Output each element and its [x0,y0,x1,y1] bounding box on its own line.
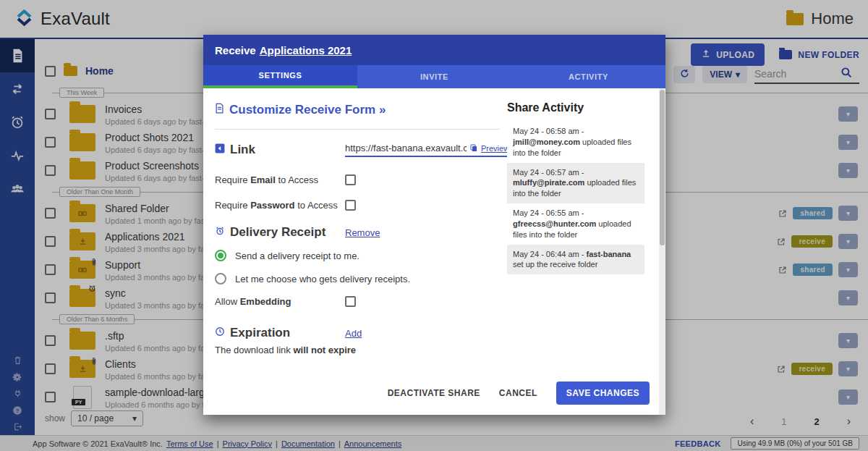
activity-entry: May 24 - 06:58 am - jmill@money.com uplo… [507,122,644,163]
cancel-button[interactable]: CANCEL [499,388,537,398]
add-expiration-link[interactable]: Add [345,328,362,339]
require-password-row: Require Password to Access [215,200,500,211]
expiration-row: Expiration Add [215,326,500,340]
alarm-clock-icon [215,225,225,240]
delivery-receipt-heading: Delivery Receipt [215,225,345,240]
scrollbar-thumb[interactable] [660,90,665,245]
copy-icon[interactable] [469,143,478,153]
radio-selected-icon[interactable] [215,250,226,261]
tab-settings[interactable]: SETTINGS [203,65,357,88]
modal-title-prefix: Receive [215,44,256,56]
clock-icon [215,326,225,340]
modal-body: Customize Receive Form » Link https://fa… [203,88,665,415]
share-url: https://fast-banana.exavault.com/s [345,143,467,153]
share-activity-panel: Share Activity May 24 - 06:58 am - jmill… [507,88,644,415]
allow-embedding-checkbox[interactable] [345,296,356,307]
tab-invite[interactable]: INVITE [357,65,511,88]
deactivate-share-button[interactable]: DEACTIVATE SHARE [388,388,480,398]
expiration-heading: Expiration [215,326,345,340]
expiration-note: The download link will not expire [215,345,500,355]
modal-title-folder-link[interactable]: Applications 2021 [260,44,352,56]
link-heading: Link [215,143,345,157]
allow-embedding-row: Allow Embedding [215,296,500,307]
divider [215,129,500,130]
settings-form: Customize Receive Form » Link https://fa… [203,88,507,415]
share-url-field[interactable]: https://fast-banana.exavault.com/s Previ… [345,143,509,157]
modal-scrollbar[interactable] [659,88,665,415]
receipt-option-choose[interactable]: Let me choose who gets delivery receipts… [215,273,500,284]
save-changes-button[interactable]: SAVE CHANGES [556,382,650,405]
link-row: Link https://fast-banana.exavault.com/s … [215,143,500,157]
document-icon [215,103,224,117]
tab-activity[interactable]: ACTIVITY [511,65,665,88]
radio-unselected-icon[interactable] [215,273,226,284]
receipt-option-me[interactable]: Send a delivery receipt to me. [215,250,500,261]
require-email-row: Require Email to Access [215,174,500,185]
preview-link[interactable]: Preview [481,144,509,153]
customize-form-heading[interactable]: Customize Receive Form » [215,103,500,117]
modal-tabs: SETTINGS INVITE ACTIVITY [203,65,665,88]
share-link-icon [215,143,225,157]
receive-settings-modal: Receive Applications 2021 SETTINGS INVIT… [203,35,665,415]
share-activity-title: Share Activity [507,101,644,114]
require-password-checkbox[interactable] [345,200,356,211]
activity-entry: May 24 - 06:44 am - fast-banana set up t… [507,245,644,275]
modal-title-bar: Receive Applications 2021 [203,35,665,65]
delivery-receipt-row: Delivery Receipt Remove [215,225,500,240]
activity-entry: May 24 - 06:57 am - mluffy@pirate.com up… [507,163,644,204]
remove-receipt-link[interactable]: Remove [345,227,380,238]
activity-entry: May 24 - 06:55 am - gfreecss@hunter.com … [507,203,644,245]
require-email-checkbox[interactable] [345,174,356,185]
share-activity-list: May 24 - 06:58 am - jmill@money.com uplo… [507,122,644,274]
modal-actions: DEACTIVATE SHARE CANCEL SAVE CHANGES [388,382,650,405]
